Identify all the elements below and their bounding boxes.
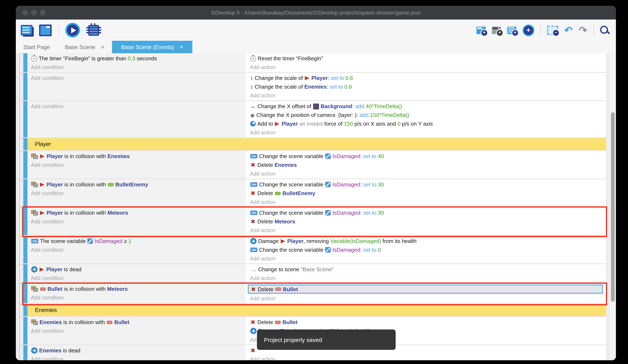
add-condition-link[interactable]: Add condition (31, 161, 246, 169)
actions-cell[interactable]: Change the scene variable IsDamaged: set… (247, 151, 606, 179)
add-condition-link[interactable]: Add condition (31, 274, 246, 283)
add-circle-icon[interactable]: + (523, 24, 534, 36)
play-icon[interactable] (65, 23, 80, 37)
add-condition-link[interactable]: Add condition (31, 327, 246, 335)
group-header[interactable]: Player (27, 138, 606, 150)
conditions-cell[interactable]: Player is in collision with BulletEnemyA… (27, 179, 246, 207)
add-condition-link[interactable]: Add condition (31, 245, 246, 254)
event-marker-bar[interactable] (23, 208, 27, 235)
event-marker-bar[interactable] (23, 101, 27, 137)
action-instruction[interactable]: Change the X position of camera (layer: … (250, 111, 606, 120)
scrollbar-thumb[interactable] (611, 112, 615, 302)
condition-instruction[interactable]: Player is in collision with Meteors (31, 208, 246, 217)
event-marker-bar[interactable] (23, 151, 27, 179)
project-manager-icon[interactable] (21, 25, 32, 35)
actions-cell[interactable]: Reset the timer "FireBegin"Add action (247, 53, 606, 72)
conditions-cell[interactable]: Bullet is in collision with MeteorsAdd c… (27, 284, 246, 303)
action-instruction[interactable]: Change the X offset of Background: add 4… (250, 102, 606, 111)
add-event-icon[interactable]: + (476, 26, 485, 34)
close-icon[interactable]: × (180, 44, 183, 50)
action-instruction[interactable]: Change the scene variable IsDamaged: set… (250, 152, 606, 161)
action-instruction[interactable]: Damage Player, removing Variable(IsDamag… (250, 237, 606, 245)
condition-instruction[interactable]: Bullet is in collision with Meteors (31, 285, 246, 293)
add-condition-link[interactable]: Add condition (31, 74, 246, 82)
condition-instruction[interactable]: The scene variable IsDamaged ≥ 1 (31, 237, 246, 245)
add-condition-link[interactable]: Add condition (31, 355, 246, 360)
remove-event-icon[interactable]: − (547, 26, 558, 35)
action-instruction[interactable]: Add to Player an instant force of 150 p/… (250, 120, 606, 128)
add-comment-icon[interactable]: + (507, 26, 516, 34)
action-instruction[interactable]: Change the scene variable IsDamaged: set… (250, 245, 606, 254)
add-action-link[interactable]: Add action (250, 198, 606, 206)
actions-cell[interactable]: Change the scale of Player: set to 0.6Ch… (247, 73, 606, 100)
actions-cell[interactable]: Change the scene variable IsDamaged: set… (247, 179, 606, 207)
add-action-link[interactable]: Add action (250, 355, 606, 360)
action-instruction[interactable]: Delete Enemies (250, 161, 606, 169)
condition-instruction[interactable]: The timer "FireBegin" is greater than 0.… (31, 54, 246, 63)
action-instruction[interactable]: Change the scale of Enemies: set to 0.6 (250, 82, 606, 91)
add-action-link[interactable]: Add action (250, 294, 606, 303)
condition-instruction[interactable]: Player is in collision with Enemies (31, 152, 246, 161)
event-marker-bar[interactable] (23, 284, 27, 303)
add-action-link[interactable]: Add action (250, 274, 606, 283)
conditions-cell[interactable]: Player is in collision with MeteorsAdd c… (27, 208, 246, 235)
redo-icon[interactable]: ↷ (579, 25, 587, 35)
event-marker-bar[interactable] (23, 264, 27, 283)
minimize-button[interactable] (31, 10, 37, 15)
tab-base-scene[interactable]: Base Scene × (58, 41, 112, 53)
zoom-button[interactable] (40, 10, 45, 15)
add-action-link[interactable]: Add action (250, 128, 606, 137)
condition-instruction[interactable]: Player is in collision with BulletEnemy (31, 180, 246, 189)
action-instruction[interactable]: Delete Bullet (250, 318, 606, 327)
event-marker-bar[interactable] (23, 73, 27, 100)
undo-icon[interactable]: ↶ (564, 25, 573, 35)
add-condition-link[interactable]: Add condition (31, 102, 246, 111)
add-action-link[interactable]: Add action (250, 169, 606, 178)
scrollbar-track[interactable] (610, 53, 616, 360)
conditions-cell[interactable]: The scene variable IsDamaged ≥ 1Add cond… (27, 236, 246, 263)
tab-base-scene-events[interactable]: Base Scene (Events) × (112, 41, 192, 53)
action-instruction[interactable]: Delete Bullet (248, 285, 603, 294)
close-button[interactable] (22, 10, 28, 15)
search-icon[interactable] (600, 25, 610, 35)
condition-instruction[interactable]: Player is dead (31, 265, 246, 274)
add-action-link[interactable]: Add action (250, 63, 606, 71)
conditions-cell[interactable]: Enemies is in collision with BulletAdd c… (27, 317, 246, 344)
action-instruction[interactable]: Reset the timer "FireBegin" (250, 54, 606, 63)
event-marker-bar[interactable] (23, 53, 27, 72)
conditions-cell[interactable]: Player is deadAdd condition (27, 264, 246, 283)
add-condition-link[interactable]: Add condition (31, 189, 246, 198)
action-instruction[interactable]: Change to scene "Base Scene" (250, 265, 606, 274)
event-marker-bar[interactable] (23, 179, 27, 207)
action-instruction[interactable]: Delete BulletEnemy (250, 189, 606, 198)
add-action-link[interactable]: Add action (250, 226, 606, 235)
conditions-cell[interactable]: The timer "FireBegin" is greater than 0.… (27, 53, 246, 72)
actions-cell[interactable]: Change the scene variable IsDamaged: set… (247, 208, 606, 235)
actions-cell[interactable]: Delete BulletAdd action (247, 284, 606, 303)
condition-instruction[interactable]: Enemies is dead (31, 346, 246, 355)
action-instruction[interactable]: Change the scene variable IsDamaged: set… (250, 208, 606, 217)
add-condition-link[interactable]: Add condition (31, 217, 246, 226)
event-marker-bar[interactable] (23, 236, 27, 263)
actions-cell[interactable]: Damage Player, removing Variable(IsDamag… (247, 236, 606, 263)
condition-instruction[interactable]: Enemies is in collision with Bullet (31, 318, 246, 327)
conditions-cell[interactable]: Add condition (27, 101, 246, 137)
conditions-cell[interactable]: Player is in collision with EnemiesAdd c… (27, 151, 246, 179)
event-marker-bar[interactable] (23, 138, 27, 150)
conditions-cell[interactable]: Enemies is deadAdd condition (27, 345, 246, 360)
tab-start-page[interactable]: Start Page (16, 41, 58, 53)
add-subevent-icon[interactable]: + (492, 26, 501, 34)
scene-editor-icon[interactable] (39, 24, 52, 36)
event-marker-bar[interactable] (23, 317, 27, 344)
action-instruction[interactable]: Delete Meteors (250, 217, 606, 226)
add-action-link[interactable]: Add action (250, 91, 606, 100)
add-action-link[interactable]: Add action (250, 254, 606, 263)
debug-icon[interactable] (88, 25, 99, 36)
event-marker-bar[interactable] (23, 304, 27, 316)
conditions-cell[interactable]: Add condition (27, 73, 246, 100)
group-header[interactable]: Enemies (27, 304, 606, 316)
actions-cell[interactable]: Change the X offset of Background: add 4… (247, 101, 606, 137)
action-instruction[interactable]: Change the scene variable IsDamaged: set… (250, 180, 606, 189)
add-condition-link[interactable]: Add condition (31, 293, 246, 302)
action-instruction[interactable]: Change the scale of Player: set to 0.6 (250, 74, 606, 82)
